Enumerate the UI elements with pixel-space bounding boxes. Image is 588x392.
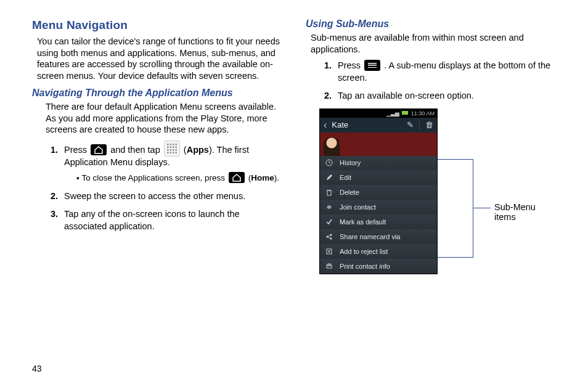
home-key-icon (229, 172, 245, 183)
menu-label: Mark as default (340, 218, 386, 226)
instruction-list: Press and then tap (Apps). The first App… (46, 141, 281, 232)
reject-icon (325, 248, 333, 255)
menu-label: Add to reject list (340, 248, 388, 255)
step-text: Press (338, 60, 363, 70)
apps-icon (164, 141, 180, 157)
step-3: Tap any of the on-screen icons to launch… (60, 208, 281, 232)
two-column-layout: Menu Navigation You can tailor the devic… (0, 0, 588, 274)
step-text: and then tap (110, 145, 163, 155)
right-column: Using Sub-Menus Sub-menus are available … (306, 18, 555, 274)
menu-label: Print contact info (340, 263, 390, 270)
bracket-line (438, 159, 473, 258)
clock-text: 11:30 AM (411, 110, 435, 116)
avatar (324, 137, 340, 156)
step-2: Tap an available on-screen option. (334, 90, 555, 102)
menu-key-icon (364, 60, 380, 71)
history-icon (325, 159, 333, 166)
contact-photo (320, 133, 437, 156)
phone-mockup: ▁▃▅ 11:30 AM ‹ Kate ✎ 🗑 (319, 108, 438, 274)
pencil-icon (325, 174, 333, 181)
bullet-text: To close the Applications screen, press (81, 173, 227, 182)
apps-label: Apps (187, 145, 209, 155)
check-icon (325, 218, 333, 226)
menu-item-share[interactable]: Share namecard via (320, 229, 437, 244)
page-number: 43 (32, 364, 42, 374)
menu-item-reject[interactable]: Add to reject list (320, 244, 437, 259)
separator (419, 120, 420, 130)
status-bar: ▁▃▅ 11:30 AM (320, 109, 437, 118)
contact-name: Kate (332, 120, 401, 129)
instruction-list: Press . A sub-menu displays at the botto… (319, 60, 555, 102)
link-icon (325, 203, 333, 211)
intro-paragraph: Sub-menus are available from within most… (311, 32, 555, 55)
manual-page: Menu Navigation You can tailor the devic… (0, 0, 588, 392)
callout-label: Sub-Menu items (494, 202, 549, 222)
menu-label: Delete (340, 189, 359, 196)
signal-icon: ▁▃▅ (386, 110, 399, 116)
subsection-heading: Using Sub-Menus (306, 18, 555, 30)
edit-icon[interactable]: ✎ (403, 120, 417, 129)
menu-item-join[interactable]: Join contact (320, 200, 437, 214)
home-label: Home (251, 173, 274, 182)
home-key-icon (91, 144, 107, 155)
share-icon (325, 233, 333, 240)
back-icon[interactable]: ‹ (321, 120, 329, 131)
intro-paragraph: You can tailor the device's range of fun… (37, 36, 281, 81)
menu-item-print[interactable]: Print contact info (320, 259, 437, 274)
subsection-heading: Navigating Through the Application Menus (32, 88, 281, 99)
menu-item-history[interactable]: History (320, 156, 437, 170)
step-text: Press (64, 145, 89, 155)
print-icon (325, 263, 333, 270)
battery-icon (402, 111, 408, 115)
sub-menu-list: History Edit Delete Join contact (320, 156, 437, 274)
menu-label: Edit (340, 174, 351, 181)
callout-bracket: Sub-Menu items (438, 159, 549, 256)
delete-icon[interactable]: 🗑 (422, 120, 436, 129)
menu-label: Share namecard via (340, 233, 400, 240)
step-2: Sweep the screen to access the other men… (60, 190, 281, 203)
section-heading: Menu Navigation (32, 18, 281, 32)
step-1: Press and then tap (Apps). The first App… (60, 141, 281, 184)
trash-icon (325, 189, 333, 196)
left-column: Menu Navigation You can tailor the devic… (32, 18, 281, 274)
contact-header: ‹ Kate ✎ 🗑 (320, 118, 437, 133)
bracket-stem (473, 208, 491, 208)
subsection-paragraph: There are four default Application Menu … (46, 101, 281, 136)
menu-label: History (340, 159, 361, 166)
menu-item-edit[interactable]: Edit (320, 170, 437, 185)
step-1: Press . A sub-menu displays at the botto… (334, 60, 555, 84)
sub-bullet: To close the Applications screen, press … (76, 172, 281, 184)
menu-item-mark-default[interactable]: Mark as default (320, 214, 437, 229)
bullet-text: ). (274, 173, 279, 182)
screenshot-figure: ▁▃▅ 11:30 AM ‹ Kate ✎ 🗑 (319, 108, 553, 274)
menu-label: Join contact (340, 203, 376, 211)
menu-item-delete[interactable]: Delete (320, 185, 437, 200)
